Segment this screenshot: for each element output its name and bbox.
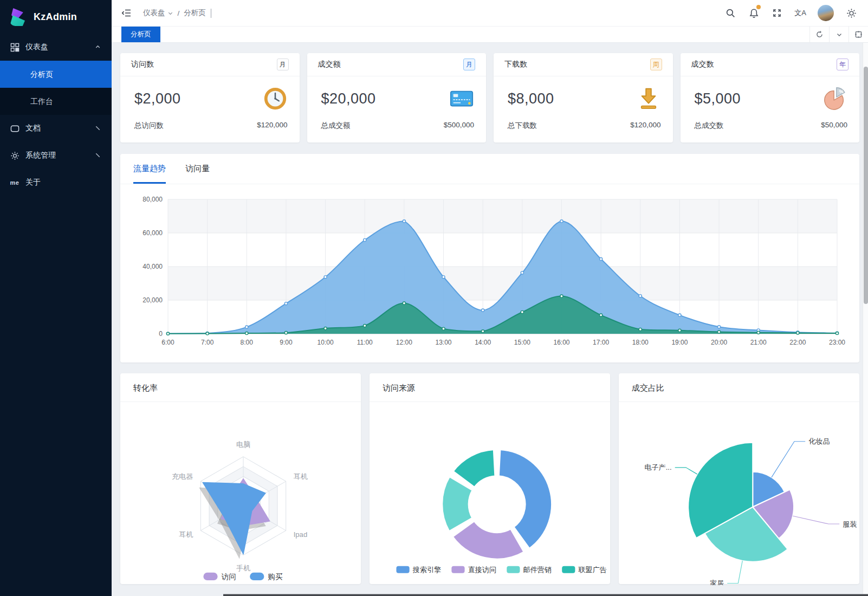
visit-source-donut-chart: 搜索引擎直接访问邮件营销联盟广告 (370, 402, 610, 585)
svg-text:60,000: 60,000 (142, 229, 163, 237)
svg-text:搜索引擎: 搜索引擎 (412, 566, 441, 574)
stat-card-header: 成交额月 (307, 53, 487, 76)
trend-tab-1[interactable]: 访问量 (185, 154, 210, 184)
clock-icon (263, 86, 288, 111)
translate-icon[interactable]: 文A (791, 4, 809, 22)
sidebar-item-system[interactable]: 系统管理 (0, 142, 112, 169)
svg-text:22:00: 22:00 (789, 339, 806, 346)
me-icon: me (10, 178, 20, 187)
svg-text:17:00: 17:00 (593, 339, 609, 346)
stat-value: $5,000 (695, 90, 741, 107)
sidebar-item-analysis[interactable]: 分析页 (0, 61, 112, 88)
stat-value: $20,000 (321, 90, 376, 107)
svg-text:18:00: 18:00 (632, 339, 649, 346)
svg-text:化妆品: 化妆品 (808, 437, 830, 445)
page-content: 访问数月$2,000总访问数$120,000成交额月$20,000总成交额$50… (112, 43, 868, 596)
stat-card-body: $5,000% (681, 76, 860, 121)
stat-card-body: $20,000 (307, 76, 487, 121)
refresh-icon[interactable] (809, 27, 829, 42)
search-icon[interactable] (721, 4, 740, 22)
stat-card: 成交数年$5,000%总成交数$50,000 (681, 53, 860, 142)
panel-title: 转化率 (120, 373, 361, 402)
svg-text:联盟广告: 联盟广告 (578, 566, 606, 574)
tab-analysis[interactable]: 分析页 (121, 27, 160, 42)
bottom-strip (223, 594, 868, 596)
stat-footer-value: $120,000 (257, 121, 287, 142)
sidebar-item-about[interactable]: me关于 (0, 169, 112, 196)
stat-card-body: $8,000 (494, 76, 673, 121)
svg-text:家居: 家居 (710, 579, 724, 585)
gear-icon (10, 151, 20, 160)
svg-text:15:00: 15:00 (514, 339, 530, 346)
bottom-panels-row: 转化率 电脑耳机Ipad手机耳机充电器访问购买 访问来源 搜索引擎直接访问邮件营… (120, 373, 859, 584)
stat-footer-value: $500,000 (444, 121, 474, 142)
period-badge[interactable]: 月 (463, 59, 475, 70)
breadcrumb-current: 分析页 (184, 8, 206, 18)
svg-text:充电器: 充电器 (172, 472, 193, 481)
chevron-down-icon (94, 152, 102, 159)
stat-card-footer: 总下载数$120,000 (494, 121, 673, 142)
stat-card: 下载数周$8,000总下载数$120,000 (494, 53, 673, 142)
deal-share-panel: 成交占比 化妆品服装家居电子产... (619, 373, 859, 584)
sidebar-item-workbench[interactable]: 工作台 (0, 88, 112, 115)
header-actions: 文A (721, 4, 860, 22)
chevron-down-icon[interactable] (829, 27, 848, 42)
app-root: KzAdmin 仪表盘分析页工作台文档系统管理me关于 仪表盘 / 分析页 (0, 0, 868, 596)
sidebar-item-dashboard[interactable]: 仪表盘 (0, 34, 112, 61)
svg-text:耳机: 耳机 (294, 472, 308, 481)
stat-card-title: 成交数 (691, 60, 714, 69)
svg-text:电子产...: 电子产... (644, 463, 671, 471)
stat-card-header: 成交数年 (681, 53, 860, 76)
svg-text:19:00: 19:00 (671, 339, 688, 346)
breadcrumb: 仪表盘 / 分析页 (143, 8, 211, 18)
breadcrumb-root[interactable]: 仪表盘 (143, 8, 173, 18)
panel-title: 访问来源 (370, 373, 610, 402)
top-header: 仪表盘 / 分析页 (112, 0, 868, 27)
document-icon (10, 124, 20, 133)
stat-card: 成交额月$20,000总成交额$500,000 (307, 53, 487, 142)
notification-bell-icon[interactable] (744, 4, 763, 22)
svg-text:20:00: 20:00 (711, 339, 727, 346)
stat-cards-row: 访问数月$2,000总访问数$120,000成交额月$20,000总成交额$50… (120, 53, 859, 142)
traffic-trend-card: 流量趋势访问量 020,00040,00060,00080,0006:007:0… (120, 154, 859, 362)
app-logo-icon (10, 8, 28, 25)
svg-text:20,000: 20,000 (142, 296, 163, 304)
svg-text:12:00: 12:00 (396, 339, 412, 346)
menu-fold-icon[interactable] (121, 8, 132, 18)
conversion-radar-chart: 电脑耳机Ipad手机耳机充电器访问购买 (120, 402, 361, 585)
svg-text:11:00: 11:00 (357, 339, 373, 346)
period-badge[interactable]: 月 (277, 59, 289, 70)
sidebar-item-label: 关于 (25, 178, 102, 187)
period-badge[interactable]: 年 (837, 59, 848, 70)
sidebar-item-label: 仪表盘 (25, 42, 94, 52)
stat-card-title: 下载数 (504, 60, 527, 69)
settings-gear-icon[interactable] (842, 4, 860, 22)
stat-value: $2,000 (134, 90, 181, 107)
svg-text:Ipad: Ipad (294, 530, 308, 539)
scrollbar-thumb[interactable] (864, 67, 868, 304)
stat-card-footer: 总成交数$50,000 (681, 121, 860, 142)
stat-footer-label: 总访问数 (134, 121, 164, 142)
svg-text:13:00: 13:00 (436, 339, 452, 346)
svg-text:邮件营销: 邮件营销 (523, 566, 552, 574)
trend-tab-0[interactable]: 流量趋势 (133, 154, 166, 184)
stat-footer-value: $120,000 (630, 121, 660, 142)
svg-text:7:00: 7:00 (201, 339, 214, 346)
user-avatar[interactable] (818, 5, 834, 21)
fullscreen-icon[interactable] (768, 4, 786, 22)
svg-text:21:00: 21:00 (750, 339, 767, 346)
page-scrollbar[interactable] (863, 43, 868, 596)
sidebar-item-docs[interactable]: 文档 (0, 115, 112, 142)
conversion-panel: 转化率 电脑耳机Ipad手机耳机充电器访问购买 (120, 373, 361, 584)
svg-text:访问: 访问 (221, 573, 236, 581)
svg-text:8:00: 8:00 (241, 339, 254, 346)
stat-card: 访问数月$2,000总访问数$120,000 (120, 53, 300, 142)
stat-card-footer: 总访问数$120,000 (120, 121, 300, 142)
sidebar-item-label: 文档 (25, 124, 94, 133)
traffic-trend-chart: 020,00040,00060,00080,0006:007:008:009:0… (120, 184, 859, 362)
maximize-icon[interactable] (848, 27, 868, 42)
period-badge[interactable]: 周 (650, 59, 662, 70)
stat-footer-value: $50,000 (821, 121, 847, 142)
dashboard-icon (10, 42, 20, 52)
logo: KzAdmin (0, 0, 112, 34)
